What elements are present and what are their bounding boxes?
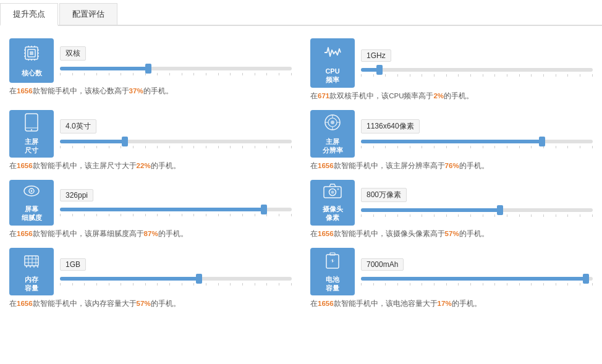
svg-point-17 — [31, 129, 32, 130]
spec-desc-screen-res: 在1656款智能手机中，该主屏分辨率高于76%的手机。 — [310, 161, 593, 171]
slider-fill-screen-size — [60, 140, 125, 143]
spec-count-screen-size: 1656 — [17, 162, 33, 169]
value-badge-screen-res: 1136x640像素 — [361, 119, 420, 133]
spec-icon-cpu-freq: CPU频率 — [310, 38, 355, 88]
spec-desc-cpu-freq: 在671款双核手机中，该CPU频率高于2%的手机。 — [310, 91, 593, 101]
spec-card-screen-res: 主屏分辨率 1136x640像素 在1656款智能手机中，该主屏分辨率高于76%… — [310, 110, 593, 171]
spec-main-screen-size: 4.0英寸 — [60, 110, 292, 158]
spec-card-screen-size: 主屏尺寸 4.0英寸 在1656款智能手机中，该主屏尺寸大于22%的手机。 — [9, 110, 292, 171]
slider-thumb-core-count — [145, 64, 151, 74]
value-label-battery: 7000mAh — [361, 258, 593, 271]
spec-main-screen-density: 326ppi — [60, 180, 292, 226]
spec-main-cpu-freq: 1GHz — [361, 38, 593, 88]
spec-icon-label-screen-res: 主屏分辨率 — [323, 137, 343, 155]
spec-count-screen-density: 1656 — [17, 230, 33, 237]
slider-thumb-battery — [583, 274, 589, 284]
track-wrapper-memory — [60, 274, 292, 286]
slider-ticks-memory — [60, 283, 292, 286]
slider-fill-memory — [60, 277, 199, 281]
spec-header-screen-size: 主屏尺寸 4.0英寸 — [9, 110, 292, 158]
spec-desc-memory: 在1656款智能手机中，该内存容量大于57%的手机。 — [9, 299, 292, 308]
spec-desc-core-count: 在1656款智能手机中，该核心数高于37%的手机。 — [9, 87, 292, 96]
spec-header-memory: 内存容量 1GB — [9, 248, 292, 296]
spec-header-core-count: 核心数 双核 — [9, 38, 292, 83]
slider-thumb-memory — [196, 274, 202, 284]
track-wrapper-camera — [361, 206, 593, 217]
specs-grid: 核心数 双核 在1656款智能手机中，该核心数高于37%的手机。 — [9, 38, 593, 308]
spec-card-battery: 电池容量 7000mAh 在1656款智能手机中，该电池容量大于17%的手机。 — [310, 248, 593, 309]
slider-fill-battery — [361, 277, 586, 281]
value-badge-camera: 800万像素 — [361, 188, 407, 202]
slider-ticks-camera — [361, 214, 593, 217]
spec-pct-camera: 57% — [445, 230, 459, 237]
spec-svg-camera — [323, 183, 342, 203]
value-badge-core-count: 双核 — [60, 46, 86, 61]
slider-fill-screen-res — [361, 140, 542, 143]
track-wrapper-screen-size — [60, 137, 292, 148]
tab-highlights[interactable]: 提升亮点 — [0, 3, 58, 26]
spec-card-cpu-freq: CPU频率 1GHz 在671款双核手机中，该CPU频率高于2%的手机。 — [310, 38, 593, 101]
slider-thumb-screen-size — [122, 137, 128, 146]
main-content: 核心数 双核 在1656款智能手机中，该核心数高于37%的手机。 — [0, 32, 602, 315]
spec-icon-screen-size: 主屏尺寸 — [9, 110, 54, 158]
spec-svg-screen-size — [24, 113, 39, 135]
spec-svg-screen-res — [323, 113, 342, 135]
spec-card-core-count: 核心数 双核 在1656款智能手机中，该核心数高于37%的手机。 — [9, 38, 292, 101]
tab-bar: 提升亮点 配置评估 — [0, 0, 602, 26]
slider-track-core-count — [60, 67, 292, 70]
spec-header-screen-res: 主屏分辨率 1136x640像素 — [310, 110, 593, 158]
spec-header-camera: 摄像头像素 800万像素 — [310, 180, 593, 226]
spec-desc-battery: 在1656款智能手机中，该电池容量大于17%的手机。 — [310, 299, 593, 308]
spec-icon-battery: 电池容量 — [310, 248, 355, 296]
slider-ticks-screen-size — [60, 146, 292, 148]
spec-main-memory: 1GB — [60, 248, 292, 296]
svg-rect-2 — [30, 51, 33, 55]
svg-point-30 — [331, 191, 334, 194]
spec-icon-label-cpu-freq: CPU频率 — [325, 67, 339, 85]
value-label-screen-density: 326ppi — [60, 189, 292, 201]
spec-card-memory: 内存容量 1GB 在1656款智能手机中，该内存容量大于57%的手机。 — [9, 248, 292, 309]
spec-icon-label-core-count: 核心数 — [22, 69, 42, 77]
value-label-screen-size: 4.0英寸 — [60, 119, 292, 133]
spec-icon-label-battery: 电池容量 — [326, 275, 339, 293]
svg-point-31 — [337, 188, 339, 190]
spec-desc-camera: 在1656款智能手机中，该摄像头像素高于57%的手机。 — [310, 229, 593, 239]
spec-icon-memory: 内存容量 — [9, 248, 54, 296]
spec-count-screen-res: 1656 — [318, 162, 334, 169]
value-label-screen-res: 1136x640像素 — [361, 119, 593, 133]
value-label-memory: 1GB — [60, 258, 292, 271]
tab-evaluation[interactable]: 配置评估 — [59, 3, 117, 25]
value-label-cpu-freq: 1GHz — [361, 49, 593, 62]
spec-icon-label-screen-density: 屏幕细腻度 — [22, 205, 42, 222]
slider-ticks-core-count — [60, 73, 292, 75]
slider-track-cpu-freq — [361, 68, 593, 72]
spec-count-cpu-freq: 671 — [318, 92, 329, 99]
spec-icon-label-screen-size: 主屏尺寸 — [25, 137, 38, 155]
spec-header-cpu-freq: CPU频率 1GHz — [310, 38, 593, 88]
spec-main-battery: 7000mAh — [361, 248, 593, 296]
spec-count-core-count: 1656 — [17, 87, 33, 95]
slider-track-screen-size — [60, 140, 292, 143]
track-wrapper-battery — [361, 274, 593, 286]
slider-ticks-cpu-freq — [361, 74, 593, 77]
svg-point-20 — [331, 121, 334, 124]
spec-count-battery: 1656 — [318, 300, 334, 307]
value-badge-screen-size: 4.0英寸 — [60, 119, 96, 133]
slider-thumb-camera — [497, 205, 503, 215]
track-wrapper-screen-res — [361, 137, 593, 148]
spec-svg-memory — [22, 251, 41, 273]
track-wrapper-cpu-freq — [361, 66, 593, 77]
value-badge-battery: 7000mAh — [361, 258, 404, 271]
spec-card-camera: 摄像头像素 800万像素 在1656款智能手机中，该摄像头像素高于57%的手机。 — [310, 180, 593, 239]
value-label-core-count: 双核 — [60, 46, 292, 61]
spec-svg-core-count — [22, 43, 41, 67]
slider-track-camera — [361, 208, 593, 212]
spec-icon-camera: 摄像头像素 — [310, 180, 355, 226]
track-wrapper-screen-density — [60, 205, 292, 216]
spec-header-screen-density: 屏幕细腻度 326ppi — [9, 180, 292, 226]
spec-icon-core-count: 核心数 — [9, 38, 54, 83]
spec-pct-cpu-freq: 2% — [433, 92, 444, 99]
spec-desc-screen-density: 在1656款智能手机中，该屏幕细腻度高于87%的手机。 — [9, 229, 292, 239]
spec-pct-core-count: 37% — [129, 87, 143, 95]
value-badge-memory: 1GB — [60, 258, 86, 271]
